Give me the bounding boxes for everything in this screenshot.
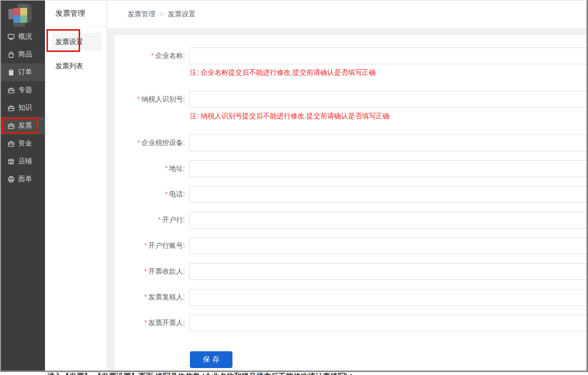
bag-icon [7, 51, 15, 58]
phone-input[interactable] [189, 186, 587, 203]
save-button[interactable]: 保存 [190, 351, 232, 368]
field-label-text: 电话: [169, 190, 185, 198]
briefcase-icon [7, 87, 15, 94]
breadcrumb-item: 发票设置 [168, 10, 196, 18]
sidebar-item-waybill[interactable]: 面单 [1, 170, 45, 188]
sidebar-item-label: 发票 [18, 121, 32, 130]
shop-icon [7, 158, 15, 165]
field-label-text: 纳税人识别号: [141, 95, 185, 103]
briefcase-icon [7, 104, 15, 112]
submenu-item-label: 发票设置 [55, 38, 83, 46]
reviewer-input[interactable] [189, 289, 587, 306]
app-window: 概况 商品 订单 专题 知识 发票 资金 店铺 面单 发票管理 发票设置 发票列… [0, 0, 588, 372]
tax-control-device-input[interactable] [189, 135, 587, 151]
sidebar-item-label: 知识 [18, 103, 32, 112]
sidebar-item-overview[interactable]: 概况 [1, 28, 45, 46]
phone-label: *电话: [115, 190, 189, 199]
form-item-tax-control-device: *企业税控设备: [115, 135, 587, 151]
payee-label: *开票收款人: [115, 267, 189, 276]
primary-sidebar: 概况 商品 订单 专题 知识 发票 资金 店铺 面单 [1, 0, 45, 371]
breadcrumb-separator: > [160, 10, 164, 18]
app-logo [8, 4, 32, 27]
field-label-text: 开户行账号: [148, 241, 185, 249]
required-asterisk: * [137, 95, 140, 103]
drawer-input[interactable] [189, 315, 587, 331]
field-label-text: 发票开票人: [148, 319, 185, 327]
bank-account-label: *开户行账号: [115, 241, 189, 250]
company-name-input[interactable] [189, 47, 587, 64]
sidebar-item-label: 面单 [18, 175, 32, 184]
breadcrumb-item[interactable]: 发票管理 [128, 10, 155, 18]
sidebar-item-goods[interactable]: 商品 [1, 46, 45, 63]
field-label-text: 地址: [169, 164, 185, 172]
address-input[interactable] [189, 160, 587, 177]
clipboard-icon [7, 69, 15, 76]
sidebar-item-label: 专题 [18, 86, 32, 94]
printer-icon [7, 176, 15, 183]
sidebar-item-knowledge[interactable]: 知识 [1, 99, 45, 117]
sidebar-menu: 概况 商品 订单 专题 知识 发票 资金 店铺 面单 [1, 28, 45, 188]
payee-input[interactable] [189, 263, 587, 280]
form-item-bank-account: *开户行账号: [115, 237, 587, 254]
content-area: *企业名称: 注: 企业名称提交后不能进行修改,提交前请确认是否填写正确 *纳税… [107, 28, 587, 371]
company-name-note: 注: 企业名称提交后不能进行修改,提交前请确认是否填写正确 [190, 68, 587, 77]
field-label-text: 企业名称: [155, 51, 185, 59]
breadcrumb: 发票管理>发票设置 [128, 10, 196, 19]
required-asterisk: * [158, 216, 161, 224]
required-asterisk: * [165, 164, 168, 172]
sidebar-item-invoice[interactable]: 发票 [1, 117, 45, 135]
invoice-settings-panel: *企业名称: 注: 企业名称提交后不能进行修改,提交前请确认是否填写正确 *纳税… [115, 35, 587, 371]
form-item-company-name: *企业名称: 注: 企业名称提交后不能进行修改,提交前请确认是否填写正确 [115, 47, 587, 77]
sidebar-item-topics[interactable]: 专题 [1, 81, 45, 99]
sidebar-item-label: 资金 [18, 139, 32, 148]
form-item-reviewer: *发票复核人: [115, 289, 587, 306]
briefcase-icon [7, 140, 15, 147]
sidebar-item-funds[interactable]: 资金 [1, 135, 45, 152]
form-item-bank-name: *开户行: [115, 212, 587, 229]
field-label-text: 开户行: [162, 216, 185, 224]
reviewer-label: *发票复核人: [115, 293, 189, 302]
address-label: *地址: [115, 164, 189, 173]
bank-name-input[interactable] [189, 212, 587, 229]
form-item-taxpayer-id: *纳税人识别号: 注: 纳税人识别号提交后不能进行修改,提交前请确认是否填写正确 [115, 91, 587, 121]
briefcase-icon [7, 122, 15, 130]
tax-control-device-label: *企业税控设备: [115, 139, 189, 147]
clipped-caption-text: 进入【发票】-【发票设置】页面,填写具体信息 (企业名称和税号提交后不能修改请认… [47, 372, 352, 375]
submenu-title: 发票管理 [45, 0, 106, 27]
required-asterisk: * [144, 267, 147, 275]
sidebar-item-label: 商品 [18, 50, 32, 59]
secondary-sidebar: 发票管理 发票设置 发票列表 [45, 0, 107, 371]
form-item-phone: *电话: [115, 186, 587, 203]
form-item-payee: *开票收款人: [115, 263, 587, 280]
submenu-item-label: 发票列表 [55, 62, 83, 70]
required-asterisk: * [144, 319, 147, 327]
bank-name-label: *开户行: [115, 216, 189, 225]
sidebar-item-label: 订单 [18, 68, 32, 77]
submenu-item-invoice-settings[interactable]: 发票设置 [52, 33, 102, 51]
breadcrumb-bar: 发票管理>发票设置 [107, 0, 587, 28]
sidebar-item-orders[interactable]: 订单 [1, 63, 45, 81]
field-label-text: 开票收款人: [148, 267, 185, 275]
required-asterisk: * [165, 190, 168, 198]
bank-account-input[interactable] [189, 237, 587, 254]
company-name-label: *企业名称: [115, 51, 189, 60]
sidebar-item-shop[interactable]: 店铺 [1, 152, 45, 170]
drawer-label: *发票开票人: [115, 319, 189, 328]
form-item-address: *地址: [115, 160, 587, 177]
sidebar-item-label: 店铺 [18, 157, 32, 166]
required-asterisk: * [137, 139, 140, 146]
monitor-icon [7, 33, 15, 41]
taxpayer-id-label: *纳税人识别号: [115, 95, 189, 104]
required-asterisk: * [151, 51, 154, 59]
field-label-text: 企业税控设备: [141, 139, 185, 146]
form-item-drawer: *发票开票人: [115, 315, 587, 331]
taxpayer-id-input[interactable] [189, 91, 587, 108]
required-asterisk: * [144, 293, 147, 301]
submenu-list: 发票设置 发票列表 [45, 33, 106, 75]
invoice-settings-form: *企业名称: 注: 企业名称提交后不能进行修改,提交前请确认是否填写正确 *纳税… [115, 35, 587, 371]
taxpayer-id-note: 注: 纳税人识别号提交后不能进行修改,提交前请确认是否填写正确 [190, 111, 587, 121]
sidebar-item-label: 概况 [18, 32, 32, 41]
required-asterisk: * [144, 241, 147, 249]
submenu-item-invoice-list[interactable]: 发票列表 [45, 57, 106, 75]
field-label-text: 发票复核人: [148, 293, 185, 301]
